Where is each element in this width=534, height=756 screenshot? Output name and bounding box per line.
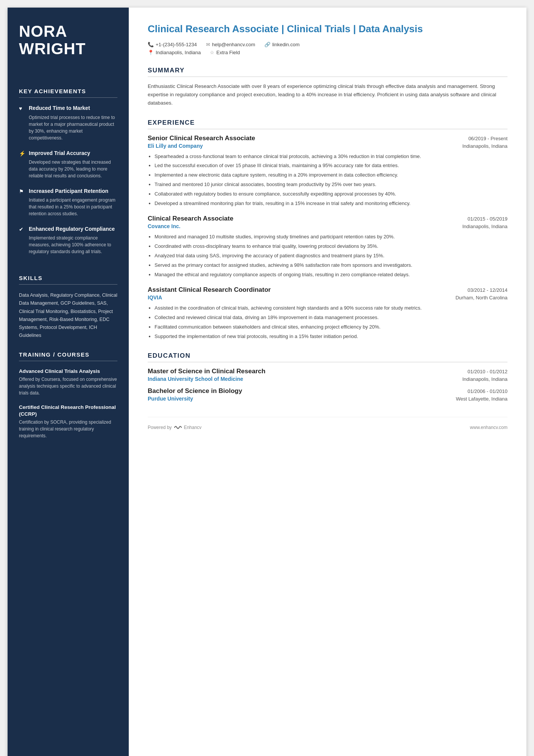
main-content: Clinical Research Associate | Clinical T… (129, 8, 526, 756)
summary-heading: SUMMARY (148, 67, 507, 74)
achievements-divider (19, 97, 117, 98)
education-divider (148, 362, 507, 362)
job-2-dates: 01/2015 - 05/2019 (467, 216, 507, 222)
footer: Powered by Enhancv www.enhancv.com (148, 417, 507, 430)
job-3-bullet-2: Collected and reviewed clinical trial da… (155, 314, 507, 322)
job-1-bullet-6: Developed a streamlined monitoring plan … (155, 200, 507, 208)
enhancv-logo: Enhancv (174, 425, 201, 430)
training-item-1: Advanced Clinical Trials Analysis Offere… (19, 368, 117, 397)
contact-row: 📞 +1-(234)-555-1234 ✉ help@enhancv.com 🔗… (148, 42, 507, 47)
job-2-title: Clinical Research Associate (148, 215, 233, 222)
phone-icon: 📞 (148, 42, 154, 47)
job-3-bullet-4: Supported the implementation of new tria… (155, 333, 507, 341)
job-1-bullet-4: Trained and mentored 10 junior clinical … (155, 181, 507, 189)
job-2-bullet-2: Coordinated with cross-disciplinary team… (155, 243, 507, 250)
job-2-bullet-1: Monitored and managed 10 multisite studi… (155, 233, 507, 241)
job-3-bullet-3: Facilitated communication between stakeh… (155, 323, 507, 331)
job-2-bullet-3: Analyzed trial data using SAS, improving… (155, 252, 507, 260)
main-title: Clinical Research Associate | Clinical T… (148, 23, 507, 36)
job-2-bullet-5: Managed the ethical and regulatory compl… (155, 271, 507, 279)
experience-heading: EXPERIENCE (148, 119, 507, 127)
edu-1-school-row: Indiana University School of Medicine In… (148, 376, 507, 382)
achievement-desc-3: Initiated a participant engagement progr… (19, 197, 117, 217)
footer-left: Powered by Enhancv (148, 425, 201, 430)
edu-2-dates: 01/2006 - 01/2010 (467, 388, 507, 394)
job-1-header: Senior Clinical Research Associate 06/20… (148, 135, 507, 142)
edu-1-header: Master of Science in Clinical Research 0… (148, 368, 507, 375)
linkedin-icon: 🔗 (264, 42, 270, 47)
job-3-title: Assistant Clinical Research Coordinator (148, 286, 271, 294)
job-3-dates: 03/2012 - 12/2014 (467, 287, 507, 293)
location-icon: 📍 (148, 50, 154, 55)
job-2-company-row: Covance Inc. Indianapolis, Indiana (148, 223, 507, 229)
bolt-icon: ⚡ (19, 150, 26, 157)
enhancv-svg-icon (174, 425, 182, 430)
star-icon: ☆ (210, 50, 214, 55)
job-3-header: Assistant Clinical Research Coordinator … (148, 286, 507, 294)
job-1-title: Senior Clinical Research Associate (148, 135, 255, 142)
job-2-location: Indianapolis, Indiana (462, 224, 507, 229)
training-desc-1: Offered by Coursera, focused on comprehe… (19, 376, 117, 396)
job-2-bullets: Monitored and managed 10 multisite studi… (148, 233, 507, 279)
achievement-title-2: Improved Trial Accuracy (29, 150, 90, 157)
job-1-bullet-3: Implemented a new electronic data captur… (155, 171, 507, 179)
edu-2-location: West Lafayette, Indiana (456, 396, 507, 402)
contact-linkedin-text: linkedin.com (272, 42, 300, 47)
summary-divider (148, 77, 507, 77)
training-title-1: Advanced Clinical Trials Analysis (19, 368, 117, 375)
achievement-header-1: ♥ Reduced Time to Market (19, 105, 117, 111)
contact-location: 📍 Indianapolis, Indiana (148, 50, 201, 55)
achievement-title-1: Reduced Time to Market (29, 105, 90, 111)
achievement-desc-4: Implemented strategic compliance measure… (19, 235, 117, 255)
edu-2-header: Bachelor of Science in Biology 01/2006 -… (148, 387, 507, 395)
contact-extra-text: Extra Field (216, 50, 240, 55)
achievement-header-2: ⚡ Improved Trial Accuracy (19, 150, 117, 157)
achievement-item-2: ⚡ Improved Trial Accuracy Developed new … (19, 150, 117, 179)
achievement-item-3: ⚑ Increased Participant Retention Initia… (19, 188, 117, 217)
job-2-company: Covance Inc. (148, 223, 180, 229)
contact-location-text: Indianapolis, Indiana (156, 50, 201, 55)
candidate-name: NORA WRIGHT (19, 23, 117, 58)
training-desc-2: Certification by SOCRA, providing specia… (19, 419, 117, 439)
achievement-item-1: ♥ Reduced Time to Market Optimized trial… (19, 105, 117, 141)
job-1-dates: 06/2019 - Present (468, 136, 507, 141)
skills-text: Data Analysis, Regulatory Compliance, Cl… (19, 291, 117, 340)
brand-name: Enhancv (184, 425, 201, 430)
achievement-item-4: ✔ Enhanced Regulatory Compliance Impleme… (19, 225, 117, 255)
edu-2-school: Purdue University (148, 396, 193, 402)
contact-phone: 📞 +1-(234)-555-1234 (148, 42, 197, 47)
sidebar: NORA WRIGHT KEY ACHIEVEMENTS ♥ Reduced T… (8, 8, 129, 756)
check-icon: ✔ (19, 226, 26, 232)
job-3-bullet-1: Assisted in the coordination of clinical… (155, 304, 507, 312)
job-1-bullet-1: Spearheaded a cross-functional team to e… (155, 153, 507, 161)
resume-wrapper: NORA WRIGHT KEY ACHIEVEMENTS ♥ Reduced T… (8, 8, 526, 756)
job-2-header: Clinical Research Associate 01/2015 - 05… (148, 215, 507, 222)
education-heading: EDUCATION (148, 352, 507, 360)
contact-email: ✉ help@enhancv.com (206, 42, 255, 47)
training-item-2: Certified Clinical Research Professional… (19, 404, 117, 439)
skills-heading: SKILLS (19, 275, 117, 281)
footer-website: www.enhancv.com (470, 425, 507, 430)
edu-2-school-row: Purdue University West Lafayette, Indian… (148, 396, 507, 402)
summary-text: Enthusiastic Clinical Research Associate… (148, 82, 507, 108)
job-3-bullets: Assisted in the coordination of clinical… (148, 304, 507, 340)
achievement-desc-2: Developed new strategies that increased … (19, 159, 117, 179)
job-1-bullet-5: Collaborated with regulatory bodies to e… (155, 190, 507, 198)
job-1-company-row: Eli Lilly and Company Indianapolis, Indi… (148, 143, 507, 149)
training-divider (19, 361, 117, 361)
job-1-bullet-2: Led the successful execution of over 15 … (155, 162, 507, 170)
contact-email-text: help@enhancv.com (212, 42, 255, 47)
powered-by-text: Powered by (148, 425, 172, 430)
contact-phone-text: +1-(234)-555-1234 (156, 42, 197, 47)
flag-icon: ⚑ (19, 188, 26, 194)
edu-1-location: Indianapolis, Indiana (462, 376, 507, 382)
job-1-bullets: Spearheaded a cross-functional team to e… (148, 153, 507, 208)
achievement-header-4: ✔ Enhanced Regulatory Compliance (19, 225, 117, 232)
job-3-location: Durham, North Carolina (456, 295, 507, 301)
achievements-heading: KEY ACHIEVEMENTS (19, 88, 117, 94)
training-heading: TRAINING / COURSES (19, 351, 117, 358)
contact-row-2: 📍 Indianapolis, Indiana ☆ Extra Field (148, 50, 507, 55)
edu-1-school: Indiana University School of Medicine (148, 376, 243, 382)
achievement-title-3: Increased Participant Retention (29, 188, 108, 194)
achievement-title-4: Enhanced Regulatory Compliance (29, 225, 115, 232)
